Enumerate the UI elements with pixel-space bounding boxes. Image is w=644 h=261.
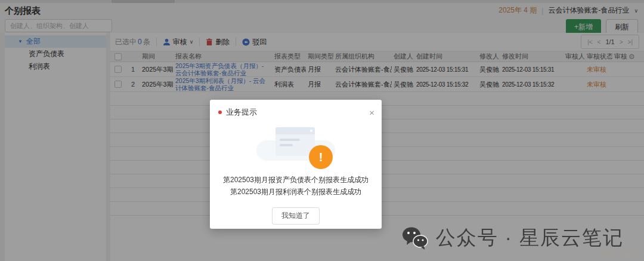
notice-illustration: ! — [267, 127, 324, 165]
community-watermark: 金蝶云社区 — [600, 248, 639, 259]
business-prompt-dialog: 业务提示 × ! 第202503期月报资产负债表个别报表生成成功 第202503… — [210, 100, 382, 229]
message-line-2: 第202503期月报利润表个别报表生成成功 — [210, 186, 382, 198]
close-icon[interactable]: × — [369, 108, 374, 117]
confirm-button[interactable]: 我知道了 — [272, 207, 320, 225]
red-dot-icon — [218, 110, 222, 114]
wechat-watermark: 公众号 · 星辰云笔记 — [401, 225, 624, 251]
warning-exclamation-icon: ! — [309, 145, 333, 169]
wechat-icon — [401, 226, 429, 250]
document-card — [275, 127, 315, 156]
dialog-title: 业务提示 — [226, 107, 257, 118]
watermark-text: 公众号 · 星辰云笔记 — [436, 225, 624, 251]
message-line-1: 第202503期月报资产负债表个别报表生成成功 — [210, 174, 382, 186]
